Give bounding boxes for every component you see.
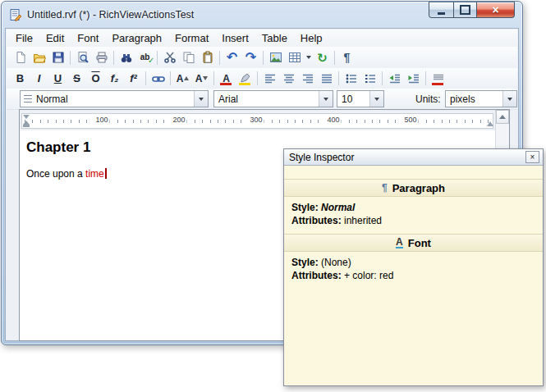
paragraph-attributes-row: Attributes: inherited	[284, 213, 543, 226]
paragraph-section-header: ¶ Paragraph	[284, 179, 543, 197]
close-button[interactable]: ×	[477, 2, 515, 18]
hyperlink-button[interactable]	[149, 70, 167, 87]
undo-icon: ↶	[227, 51, 237, 64]
paragraph-style-icon	[24, 95, 32, 103]
superscript-button[interactable]: f²	[124, 70, 143, 87]
paragraph-text: Once upon a	[26, 168, 85, 180]
toolbar-separator	[257, 71, 258, 85]
close-icon: ×	[492, 4, 498, 16]
menu-file[interactable]: File	[9, 30, 39, 46]
chain-link-icon	[152, 72, 165, 85]
dropdown-arrow-icon	[374, 98, 379, 101]
paragraph-style-label: Style:	[291, 202, 319, 213]
toolbar-separator	[157, 51, 158, 65]
paragraph-color-swatch	[432, 83, 443, 85]
font-color-button[interactable]: A	[217, 70, 236, 87]
first-line-indent-marker[interactable]	[23, 115, 30, 119]
align-left-button[interactable]	[260, 70, 279, 87]
menu-edit[interactable]: Edit	[39, 30, 71, 46]
insert-picture-button[interactable]	[266, 49, 285, 66]
font-color-icon: A	[223, 74, 230, 84]
new-document-button[interactable]	[11, 49, 30, 66]
close-icon: ×	[530, 153, 535, 162]
font-attributes-value: + color: red	[344, 270, 393, 281]
insert-table-button[interactable]	[285, 49, 304, 66]
caption-buttons: ×	[429, 2, 515, 18]
font-size-dropdown[interactable]	[369, 91, 383, 107]
numbered-list-icon	[364, 72, 377, 85]
toolbar-separator	[382, 71, 383, 85]
paste-button[interactable]	[198, 49, 217, 66]
menu-bar: File Edit Font Paragraph Format Insert T…	[7, 30, 517, 47]
pilcrow-icon: ¶	[344, 52, 351, 63]
menu-font[interactable]: Font	[71, 30, 105, 46]
insert-table-dropdown[interactable]	[304, 49, 313, 66]
bold-button[interactable]: B	[11, 70, 30, 87]
font-name-dropdown[interactable]	[319, 91, 333, 107]
format-toolbar: B I U S O f₂ f² A A A	[7, 68, 517, 89]
justify-button[interactable]	[317, 70, 336, 87]
subscript-button[interactable]: f₂	[105, 70, 124, 87]
save-button[interactable]	[48, 49, 67, 66]
menu-format[interactable]: Format	[168, 30, 215, 46]
minimize-button[interactable]	[429, 2, 454, 18]
paragraph-style-dropdown[interactable]	[194, 91, 208, 107]
title-bar[interactable]: Untitled.rvf (*) - RichViewActionsTest ×	[2, 2, 522, 28]
spellcheck-button[interactable]: ab✓	[135, 49, 154, 66]
menu-insert[interactable]: Insert	[215, 30, 255, 46]
open-button[interactable]	[30, 49, 48, 66]
scroll-up-button[interactable]	[496, 110, 509, 124]
shrink-font-button[interactable]: A	[192, 70, 211, 87]
dropdown-arrow-icon	[323, 98, 328, 101]
font-size-combo[interactable]: 10	[337, 90, 384, 107]
paragraph-section-icon: ¶	[382, 183, 388, 193]
copy-button[interactable]	[179, 49, 198, 66]
italic-button[interactable]: I	[30, 70, 48, 87]
decrease-indent-button[interactable]	[385, 70, 404, 87]
redo-button[interactable]: ↷	[241, 49, 260, 66]
highlight-button[interactable]	[236, 70, 255, 87]
cut-button[interactable]	[160, 49, 179, 66]
style-inspector-close-button[interactable]: ×	[525, 151, 539, 163]
units-dropdown[interactable]	[502, 91, 516, 107]
undo-button[interactable]: ↶	[223, 49, 241, 66]
right-indent-marker[interactable]	[487, 121, 493, 126]
overline-icon: O	[91, 73, 99, 84]
underline-button[interactable]: U	[48, 70, 67, 87]
increase-indent-button[interactable]	[404, 70, 423, 87]
standard-toolbar: ab✓ ↶ ↷ ↻ ¶	[7, 47, 517, 69]
printer-icon	[95, 51, 108, 64]
print-preview-button[interactable]	[73, 49, 92, 66]
left-indent-handle[interactable]	[23, 125, 30, 127]
paragraph-color-button[interactable]	[429, 70, 447, 87]
refresh-icon: ↻	[317, 52, 328, 64]
menu-table[interactable]: Table	[255, 30, 294, 46]
menu-help[interactable]: Help	[294, 30, 329, 46]
maximize-button[interactable]	[454, 2, 477, 18]
justify-icon	[320, 72, 333, 85]
paragraph-style-combo[interactable]: Normal	[20, 90, 209, 107]
paragraph-attributes-value: inherited	[344, 215, 382, 226]
menu-paragraph[interactable]: Paragraph	[105, 30, 168, 46]
units-combo[interactable]: pixels	[445, 90, 517, 107]
ruler-area: 100 200 300 400 500	[20, 110, 495, 130]
find-button[interactable]	[117, 49, 135, 66]
style-inspector-title-bar[interactable]: Style Inspector ×	[284, 149, 543, 166]
strikethrough-button[interactable]: S	[67, 70, 86, 87]
font-style-value: (None)	[321, 257, 351, 268]
overline-button[interactable]: O	[86, 70, 105, 87]
bullets-button[interactable]	[342, 70, 360, 87]
refresh-button[interactable]: ↻	[313, 49, 332, 66]
numbering-button[interactable]	[360, 70, 379, 87]
grow-font-button[interactable]: A	[173, 70, 192, 87]
show-formatting-marks-button[interactable]: ¶	[337, 49, 356, 66]
combo-toolbar: Normal Arial 10 Units: pixels	[7, 89, 517, 110]
align-right-button[interactable]	[298, 70, 317, 87]
font-name-combo[interactable]: Arial	[213, 90, 333, 107]
subscript-icon: f₂	[111, 73, 118, 84]
bold-icon: B	[16, 73, 24, 84]
horizontal-ruler[interactable]: 100 200 300 400 500	[21, 113, 493, 129]
print-button[interactable]	[92, 49, 111, 66]
align-center-button[interactable]	[279, 70, 298, 87]
font-section-header: A Font	[284, 234, 543, 252]
